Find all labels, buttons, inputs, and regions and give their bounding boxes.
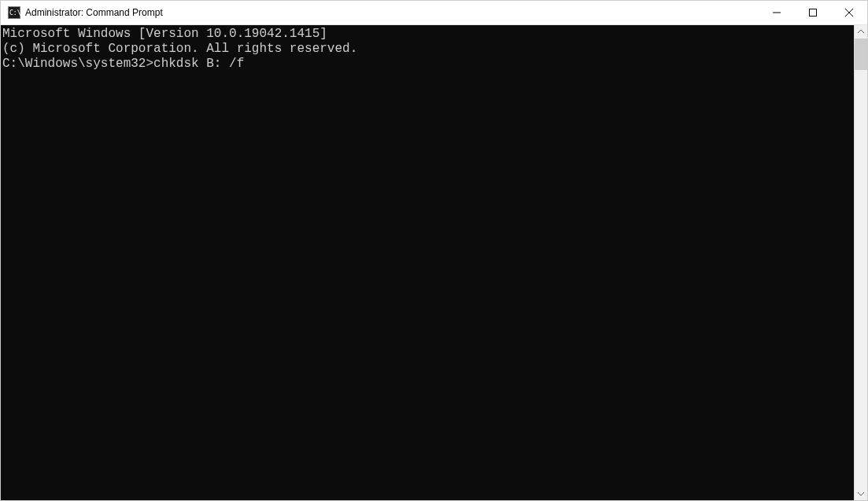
scrollbar-thumb[interactable] [855, 39, 867, 70]
svg-text:C:\: C:\ [9, 9, 20, 17]
svg-rect-4 [810, 9, 817, 17]
titlebar[interactable]: C:\ Administrator: Command Prompt [1, 1, 867, 25]
terminal-prompt: C:\Windows\system32> [2, 57, 153, 71]
terminal-line: (c) Microsoft Corporation. All rights re… [2, 42, 854, 57]
cmd-icon: C:\ [8, 6, 20, 19]
terminal-prompt-line: C:\Windows\system32>chkdsk B: /f [2, 57, 854, 72]
minimize-button[interactable] [759, 1, 795, 24]
maximize-button[interactable] [795, 1, 831, 24]
scroll-up-icon[interactable] [855, 25, 867, 39]
vertical-scrollbar[interactable] [854, 25, 867, 500]
terminal-line: Microsoft Windows [Version 10.0.19042.14… [2, 27, 854, 42]
cursor [244, 57, 251, 71]
close-button[interactable] [831, 1, 867, 24]
terminal-command: chkdsk B: /f [153, 57, 244, 71]
command-prompt-window: C:\ Administrator: Command Prompt Micros… [0, 0, 868, 501]
content-area: Microsoft Windows [Version 10.0.19042.14… [1, 25, 867, 500]
scroll-down-icon[interactable] [855, 487, 867, 500]
window-title: Administrator: Command Prompt [25, 7, 759, 18]
window-controls [759, 1, 867, 24]
terminal-output[interactable]: Microsoft Windows [Version 10.0.19042.14… [1, 25, 854, 500]
scrollbar-track[interactable] [855, 39, 867, 487]
